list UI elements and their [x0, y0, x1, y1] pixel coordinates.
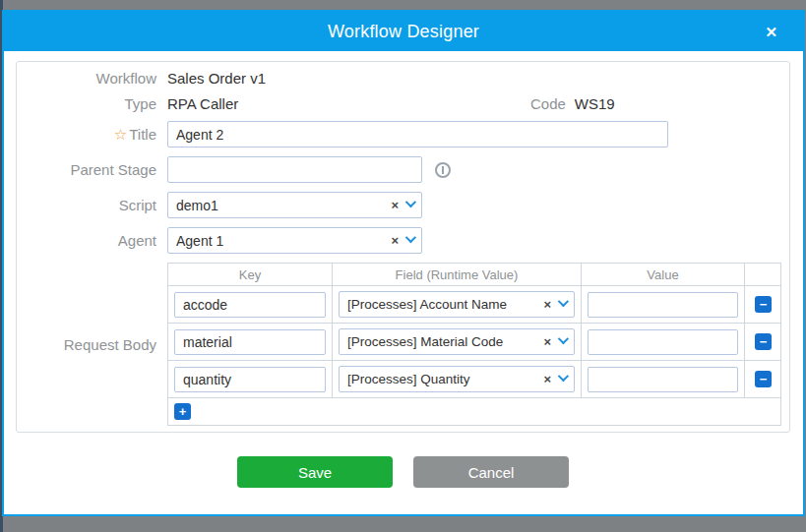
field-select-value: [Processes] Quantity	[347, 372, 539, 386]
remove-row-button[interactable]: −	[755, 333, 772, 350]
title-label: ☆Title	[17, 126, 167, 144]
dialog-body: Workflow Sales Order v1 Type RPA Caller …	[4, 51, 803, 514]
chevron-down-icon[interactable]	[405, 232, 416, 243]
column-header-actions	[745, 264, 781, 286]
table-row-cell: −	[745, 286, 781, 324]
required-star-icon: ☆	[114, 126, 127, 143]
chevron-down-icon[interactable]	[405, 197, 416, 207]
field-select[interactable]: [Processes] Quantity ×	[339, 366, 575, 392]
workflow-row: Workflow Sales Order v1	[17, 70, 777, 87]
cancel-button[interactable]: Cancel	[413, 456, 569, 488]
form-panel: Workflow Sales Order v1 Type RPA Caller …	[16, 61, 790, 433]
clear-icon[interactable]: ×	[543, 298, 551, 311]
request-body-row: Request Body Key Field (Runtime Value) V…	[17, 263, 777, 426]
clear-icon[interactable]: ×	[543, 335, 551, 348]
column-header-field: Field (Runtime Value)	[333, 264, 582, 286]
parent-stage-label: Parent Stage	[17, 161, 167, 178]
column-header-value: Value	[582, 264, 745, 286]
parent-stage-input[interactable]	[167, 156, 422, 183]
clear-icon[interactable]: ×	[391, 234, 399, 247]
field-select[interactable]: [Processes] Material Code ×	[339, 328, 575, 355]
workflow-label: Workflow	[17, 70, 167, 87]
chevron-down-icon[interactable]	[558, 296, 569, 307]
table-row-cell	[168, 361, 333, 398]
save-button[interactable]: Save	[237, 456, 393, 488]
key-input[interactable]	[174, 367, 326, 392]
table-row-cell	[582, 361, 745, 398]
script-row: Script demo1 ×	[17, 192, 777, 218]
code-value: WS19	[575, 95, 615, 112]
request-body-table: Key Field (Runtime Value) Value [Process…	[167, 263, 781, 426]
info-icon[interactable]	[435, 162, 451, 178]
title-input[interactable]	[167, 121, 668, 148]
script-select[interactable]: demo1 ×	[167, 192, 422, 218]
field-select-value: [Processes] Material Code	[347, 334, 539, 349]
chevron-down-icon[interactable]	[558, 333, 569, 344]
key-input[interactable]	[174, 329, 326, 355]
request-body-label: Request Body	[17, 336, 167, 353]
value-input[interactable]	[588, 367, 738, 392]
table-row-cell	[168, 324, 333, 361]
script-label: Script	[17, 197, 167, 213]
field-select-value: [Processes] Account Name	[347, 297, 539, 312]
script-select-value: demo1	[176, 198, 387, 213]
type-label: Type	[17, 95, 167, 112]
parent-stage-row: Parent Stage	[17, 156, 777, 183]
title-row: ☆Title	[17, 121, 777, 148]
column-header-key: Key	[168, 264, 333, 286]
agent-select[interactable]: Agent 1 ×	[167, 227, 422, 254]
agent-select-value: Agent 1	[176, 233, 387, 249]
agent-label: Agent	[17, 232, 167, 249]
dialog-actions: Save Cancel	[16, 456, 790, 488]
close-icon[interactable]: ✕	[765, 25, 777, 39]
value-input[interactable]	[588, 329, 738, 355]
key-input[interactable]	[174, 292, 326, 318]
dialog-title: Workflow Designer	[328, 22, 479, 42]
workflow-designer-dialog: Workflow Designer ✕ Workflow Sales Order…	[2, 10, 805, 516]
add-row-button[interactable]: +	[174, 403, 191, 420]
chevron-down-icon[interactable]	[558, 371, 569, 382]
dialog-header: Workflow Designer ✕	[4, 12, 803, 51]
table-row-cell	[168, 286, 333, 324]
value-input[interactable]	[588, 292, 738, 318]
title-label-text: Title	[129, 126, 156, 143]
table-row-cell: [Processes] Quantity ×	[333, 361, 582, 398]
remove-row-button[interactable]: −	[755, 371, 772, 387]
type-row: Type RPA Caller Code WS19	[17, 95, 777, 112]
field-select[interactable]: [Processes] Account Name ×	[339, 291, 575, 318]
table-footer: +	[168, 398, 781, 425]
table-row-cell: −	[745, 361, 781, 398]
table-row-cell: [Processes] Material Code ×	[333, 324, 582, 361]
table-row-cell: −	[745, 324, 781, 361]
remove-row-button[interactable]: −	[755, 296, 772, 313]
clear-icon[interactable]: ×	[391, 199, 399, 211]
table-row-cell: [Processes] Account Name ×	[333, 286, 582, 324]
workflow-value: Sales Order v1	[167, 70, 266, 87]
clear-icon[interactable]: ×	[543, 373, 551, 385]
table-row-cell	[582, 286, 745, 324]
type-value: RPA Caller	[167, 95, 238, 112]
agent-row: Agent Agent 1 ×	[17, 227, 777, 254]
table-row-cell	[582, 324, 745, 361]
code-label: Code	[530, 95, 575, 112]
code-group: Code WS19	[530, 95, 615, 112]
